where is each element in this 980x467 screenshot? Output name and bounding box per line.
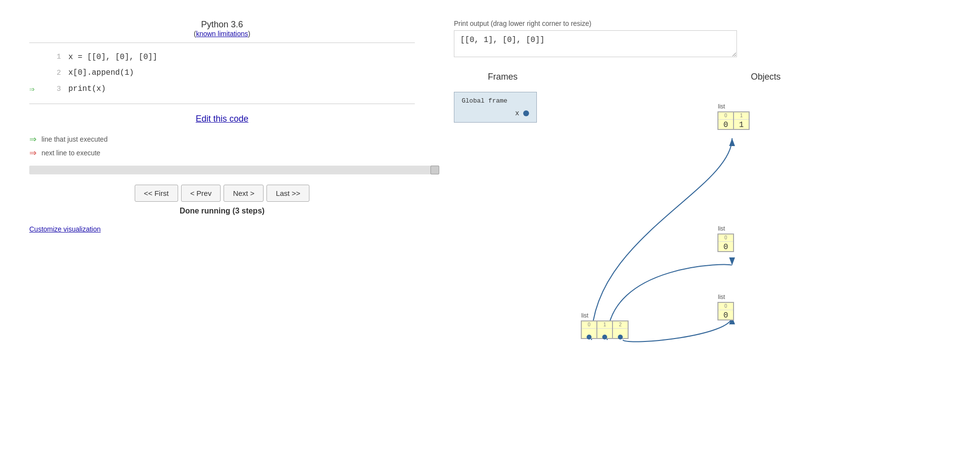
customize-link[interactable]: Customize visualization bbox=[29, 225, 101, 233]
nav-buttons: << First < Prev Next > Last >> bbox=[29, 185, 415, 202]
line-1-arrow bbox=[29, 50, 44, 64]
slider-container bbox=[29, 166, 415, 176]
global-frame-box: Global frame x bbox=[454, 92, 537, 123]
code-line-1: 1 x = [[0], [0], [0]] bbox=[29, 49, 415, 65]
legend-green-label: line that just executed bbox=[41, 135, 107, 143]
code-divider-bottom bbox=[29, 104, 415, 104]
line-2-text: x[0].append(1) bbox=[68, 67, 134, 80]
global-frame-title: Global frame bbox=[462, 97, 529, 105]
list-obj-2-cell-0: 0 0 bbox=[718, 234, 734, 252]
objects-title: Objects bbox=[581, 72, 951, 82]
python-version: Python 3.6 bbox=[29, 20, 415, 30]
known-limitations-link[interactable]: known limitations bbox=[196, 30, 248, 38]
right-panel: Print output (drag lower right corner to… bbox=[434, 10, 970, 457]
viz-section: Frames Global frame x Objects bbox=[454, 72, 951, 375]
code-divider-top bbox=[29, 42, 415, 43]
prev-button[interactable]: < Prev bbox=[181, 185, 221, 202]
step-slider[interactable] bbox=[29, 166, 439, 174]
status-text: Done running (3 steps) bbox=[29, 207, 415, 215]
line-2-number: 2 bbox=[46, 67, 61, 79]
outer-list-label: list bbox=[581, 312, 589, 319]
frame-dot-x bbox=[523, 110, 529, 116]
objects-canvas: list 0 0 1 1 bbox=[581, 92, 874, 375]
list-obj-1: list 0 0 1 1 bbox=[717, 111, 750, 130]
frames-section: Frames Global frame x bbox=[454, 72, 551, 375]
line-3-number: 3 bbox=[46, 84, 61, 95]
list-obj-1-cell-0: 0 0 bbox=[718, 112, 734, 129]
legend-green: ⇒ line that just executed bbox=[29, 134, 415, 145]
outer-dot-2 bbox=[618, 335, 623, 340]
page-container: Python 3.6 (known limitations) 1 x = [[0… bbox=[0, 0, 980, 467]
first-button[interactable]: << First bbox=[135, 185, 178, 202]
code-line-2: 2 x[0].append(1) bbox=[29, 65, 415, 82]
list-obj-1-label: list bbox=[718, 103, 725, 110]
legend-red-label: next line to execute bbox=[41, 149, 101, 157]
edit-link[interactable]: Edit this code bbox=[29, 114, 415, 124]
list-obj-2: list 0 0 bbox=[717, 234, 734, 252]
outer-cell-1: 1 bbox=[597, 321, 612, 339]
line-3-arrow: ⇒ bbox=[29, 83, 44, 97]
legend: ⇒ line that just executed ⇒ next line to… bbox=[29, 134, 415, 158]
list-obj-3: list 0 0 bbox=[717, 302, 734, 320]
print-output-label: Print output (drag lower right corner to… bbox=[454, 20, 951, 27]
outer-list-obj: list 0 1 2 bbox=[581, 320, 629, 339]
outer-dot-0 bbox=[587, 335, 592, 340]
code-block: 1 x = [[0], [0], [0]] 2 x[0].append(1) ⇒… bbox=[29, 47, 415, 100]
line-3-text: print(x) bbox=[68, 83, 106, 96]
list-obj-1-cell-1: 1 1 bbox=[734, 112, 749, 129]
next-button[interactable]: Next > bbox=[224, 185, 264, 202]
list-obj-3-cell-0: 0 0 bbox=[718, 302, 734, 320]
last-button[interactable]: Last >> bbox=[266, 185, 309, 202]
python-header: Python 3.6 (known limitations) bbox=[29, 20, 415, 38]
outer-cell-2: 2 bbox=[612, 321, 628, 339]
frame-row-x: x bbox=[462, 109, 529, 117]
left-panel: Python 3.6 (known limitations) 1 x = [[0… bbox=[10, 10, 434, 457]
print-output-value: [[0, 1], [0], [0]] bbox=[460, 36, 545, 44]
line-1-text: x = [[0], [0], [0]] bbox=[68, 51, 157, 64]
objects-section: Objects bbox=[581, 72, 951, 375]
outer-dot-1 bbox=[602, 335, 607, 340]
legend-red-arrow: ⇒ bbox=[29, 148, 37, 158]
legend-green-arrow: ⇒ bbox=[29, 134, 37, 145]
paren-close: ) bbox=[248, 30, 250, 38]
list-obj-3-label: list bbox=[718, 294, 725, 300]
frame-var-x: x bbox=[515, 109, 519, 117]
known-limitations-line: (known limitations) bbox=[29, 30, 415, 38]
line-2-arrow bbox=[29, 66, 44, 81]
frames-title: Frames bbox=[454, 72, 551, 82]
line-1-number: 1 bbox=[46, 51, 61, 63]
code-line-3: ⇒ 3 print(x) bbox=[29, 82, 415, 98]
legend-red: ⇒ next line to execute bbox=[29, 148, 415, 158]
list-obj-2-label: list bbox=[718, 225, 725, 232]
outer-cell-0: 0 bbox=[581, 321, 597, 339]
print-output-box[interactable]: [[0, 1], [0], [0]] bbox=[454, 30, 737, 57]
